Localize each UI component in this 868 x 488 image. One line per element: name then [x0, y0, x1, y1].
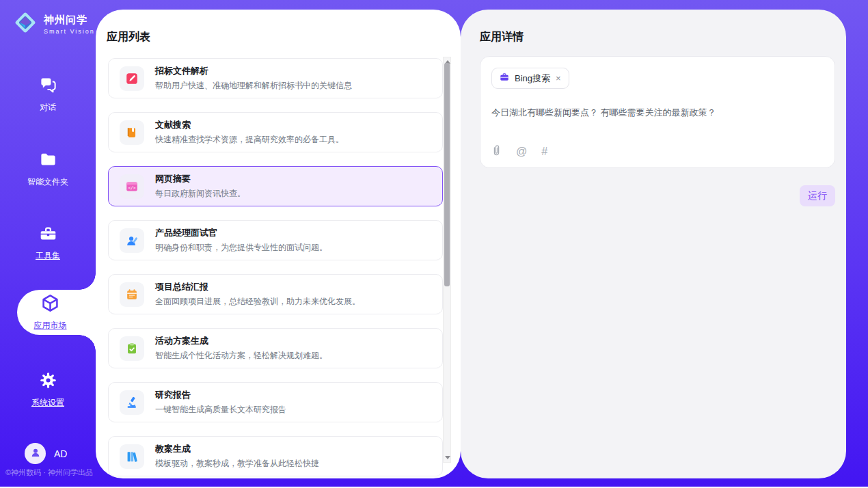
- sidebar-item-smart-folder[interactable]: 智能文件夹: [0, 150, 96, 188]
- app-card-title: 网页摘要: [155, 173, 245, 185]
- sidebar-item-label: 对话: [40, 102, 56, 113]
- app-card-desc: 明确身份和职责，为您提供专业性的面试问题。: [155, 242, 327, 254]
- sidebar: 神州问学 Smart Vision 对话 智能文件夹: [0, 0, 96, 487]
- app-card-title: 产品经理面试官: [155, 227, 327, 239]
- book-icon: [120, 120, 144, 145]
- app-card-desc: 全面回顾项目进展，总结经验教训，助力未来优化发展。: [155, 296, 360, 308]
- svg-text:</>: </>: [128, 185, 135, 189]
- app-card-desc: 每日政府新闻资讯快查。: [155, 188, 245, 200]
- app-card-web-summary[interactable]: </> 网页摘要 每日政府新闻资讯快查。: [108, 166, 443, 206]
- sidebar-item-label: 应用市场: [34, 320, 67, 331]
- interviewer-icon: [120, 228, 144, 253]
- sidebar-item-label: 智能文件夹: [27, 176, 68, 188]
- run-button[interactable]: 运行: [800, 185, 835, 206]
- sidebar-item-label: 系统设置: [31, 397, 64, 409]
- sidebar-item-label: 工具集: [36, 250, 60, 262]
- app-list-title: 应用列表: [107, 30, 150, 44]
- app-window: 神州问学 Smart Vision 对话 智能文件夹: [0, 0, 868, 488]
- brand-subtitle: Smart Vision: [44, 28, 95, 35]
- app-list-panel: 应用列表 招标文件解析 帮助用户快速、准确地理解和解析招标书中的关键信息: [96, 10, 461, 478]
- app-card-title: 活动方案生成: [155, 335, 327, 347]
- app-card-desc: 模板驱动，教案秒成，教学准备从此轻松快捷: [155, 458, 319, 470]
- query-input-text[interactable]: 今日湖北有哪些新闻要点？ 有哪些需要关注的最新政策？: [491, 107, 824, 119]
- attachment-toolbar: @ #: [491, 144, 547, 159]
- close-icon[interactable]: ×: [555, 73, 562, 83]
- diamond-logo-icon: [12, 10, 38, 38]
- app-card-desc: 智能生成个性化活动方案，轻松解决规划难题。: [155, 350, 327, 362]
- app-detail-title: 应用详情: [480, 30, 524, 44]
- prompt-card: Bing搜索 × 今日湖北有哪些新闻要点？ 有哪些需要关注的最新政策？ @ #: [480, 56, 835, 168]
- copyright-text: ©神州数码 · 神州问学出品: [5, 467, 93, 478]
- app-card-lesson-plan[interactable]: 教案生成 模板驱动，教案秒成，教学准备从此轻松快捷: [108, 436, 443, 476]
- at-icon[interactable]: @: [516, 146, 527, 157]
- pill-fillet-top: [79, 273, 96, 290]
- clipboard-check-icon: [120, 336, 144, 361]
- edit-icon: [120, 66, 144, 91]
- user-account[interactable]: AD: [25, 443, 67, 464]
- sidebar-item-toolset[interactable]: 工具集: [0, 224, 96, 262]
- app-list: 招标文件解析 帮助用户快速、准确地理解和解析招标书中的关键信息 文献搜索 快速精…: [108, 58, 443, 476]
- cube-icon: [40, 293, 60, 316]
- app-card-desc: 一键智能生成高质量长文本研究报告: [155, 404, 286, 416]
- books-icon: [120, 444, 144, 469]
- app-card-research-report[interactable]: 研究报告 一键智能生成高质量长文本研究报告: [108, 382, 443, 422]
- scrollbar-thumb[interactable]: [444, 63, 450, 286]
- list-scrollbar[interactable]: [443, 57, 451, 463]
- app-card-bid-parse[interactable]: 招标文件解析 帮助用户快速、准确地理解和解析招标书中的关键信息: [108, 58, 443, 98]
- app-card-project-summary[interactable]: 项目总结汇报 全面回顾项目进展，总结经验教训，助力未来优化发展。: [108, 274, 443, 314]
- sidebar-item-chat[interactable]: 对话: [0, 76, 96, 113]
- app-card-pm-interviewer[interactable]: 产品经理面试官 明确身份和职责，为您提供专业性的面试问题。: [108, 220, 443, 260]
- app-card-desc: 快速精准查找学术资源，提高研究效率的必备工具。: [155, 134, 344, 146]
- chat-icon: [39, 76, 57, 97]
- microscope-icon: [120, 390, 144, 415]
- tool-chip-label: Bing搜索: [515, 72, 550, 85]
- app-card-title: 文献搜索: [155, 119, 344, 131]
- gear-icon: [39, 371, 57, 392]
- app-card-event-plan[interactable]: 活动方案生成 智能生成个性化活动方案，轻松解决规划难题。: [108, 328, 443, 368]
- app-detail-panel: 应用详情 Bing搜索 × 今日湖北有哪些新闻要点？ 有哪些需要关注的最新政策？: [461, 10, 846, 478]
- calendar-icon: [120, 282, 144, 307]
- sidebar-item-app-market[interactable]: 应用市场: [17, 290, 96, 335]
- person-icon: [29, 446, 42, 461]
- app-card-title: 研究报告: [155, 389, 286, 401]
- scroll-down-arrow-icon[interactable]: [445, 456, 450, 459]
- pill-fillet-bottom: [79, 335, 96, 351]
- avatar: [25, 443, 46, 464]
- hash-icon[interactable]: #: [541, 146, 547, 157]
- folder-icon: [39, 150, 57, 172]
- tool-chip-bing-search[interactable]: Bing搜索 ×: [491, 68, 569, 89]
- app-card-desc: 帮助用户快速、准确地理解和解析招标书中的关键信息: [155, 80, 352, 92]
- app-card-literature-search[interactable]: 文献搜索 快速精准查找学术资源，提高研究效率的必备工具。: [108, 112, 443, 152]
- app-card-title: 教案生成: [155, 443, 319, 455]
- sidebar-item-settings[interactable]: 系统设置: [0, 371, 96, 409]
- toolbox-icon: [39, 224, 57, 245]
- brand-logo: 神州问学 Smart Vision: [12, 10, 95, 38]
- paperclip-icon[interactable]: [491, 144, 502, 159]
- app-card-title: 招标文件解析: [155, 65, 352, 77]
- user-initials: AD: [54, 448, 67, 459]
- briefcase-icon: [499, 72, 510, 85]
- app-card-title: 项目总结汇报: [155, 281, 360, 293]
- browser-code-icon: </>: [120, 174, 144, 199]
- brand-name: 神州问学: [44, 14, 95, 27]
